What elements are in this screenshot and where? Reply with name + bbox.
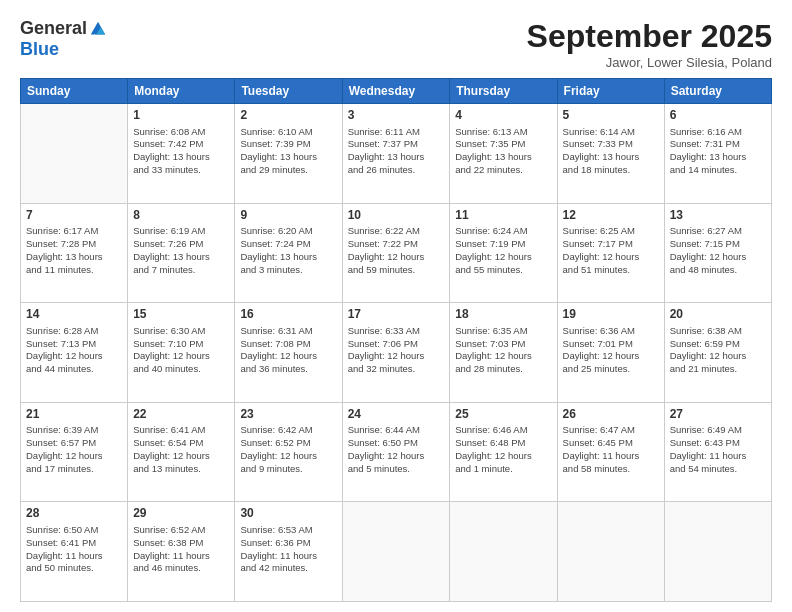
day-number: 18 (455, 307, 551, 323)
calendar-cell: 19Sunrise: 6:36 AMSunset: 7:01 PMDayligh… (557, 303, 664, 403)
day-info: Sunrise: 6:31 AMSunset: 7:08 PMDaylight:… (240, 325, 336, 376)
day-info: Sunrise: 6:50 AMSunset: 6:41 PMDaylight:… (26, 524, 122, 575)
calendar-cell: 17Sunrise: 6:33 AMSunset: 7:06 PMDayligh… (342, 303, 450, 403)
calendar-cell: 24Sunrise: 6:44 AMSunset: 6:50 PMDayligh… (342, 402, 450, 502)
day-info: Sunrise: 6:10 AMSunset: 7:39 PMDaylight:… (240, 126, 336, 177)
day-info: Sunrise: 6:28 AMSunset: 7:13 PMDaylight:… (26, 325, 122, 376)
day-info: Sunrise: 6:46 AMSunset: 6:48 PMDaylight:… (455, 424, 551, 475)
day-number: 4 (455, 108, 551, 124)
calendar-cell: 6Sunrise: 6:16 AMSunset: 7:31 PMDaylight… (664, 104, 771, 204)
logo: General Blue (20, 18, 107, 60)
day-number: 21 (26, 407, 122, 423)
calendar-cell: 13Sunrise: 6:27 AMSunset: 7:15 PMDayligh… (664, 203, 771, 303)
day-number: 26 (563, 407, 659, 423)
header: General Blue September 2025 Jawor, Lower… (20, 18, 772, 70)
day-number: 3 (348, 108, 445, 124)
day-number: 5 (563, 108, 659, 124)
day-info: Sunrise: 6:41 AMSunset: 6:54 PMDaylight:… (133, 424, 229, 475)
calendar-cell: 26Sunrise: 6:47 AMSunset: 6:45 PMDayligh… (557, 402, 664, 502)
col-monday: Monday (128, 79, 235, 104)
day-number: 8 (133, 208, 229, 224)
calendar-cell: 11Sunrise: 6:24 AMSunset: 7:19 PMDayligh… (450, 203, 557, 303)
day-info: Sunrise: 6:14 AMSunset: 7:33 PMDaylight:… (563, 126, 659, 177)
day-info: Sunrise: 6:53 AMSunset: 6:36 PMDaylight:… (240, 524, 336, 575)
day-number: 7 (26, 208, 122, 224)
day-number: 23 (240, 407, 336, 423)
col-thursday: Thursday (450, 79, 557, 104)
calendar-cell (557, 502, 664, 602)
calendar-cell: 14Sunrise: 6:28 AMSunset: 7:13 PMDayligh… (21, 303, 128, 403)
day-info: Sunrise: 6:42 AMSunset: 6:52 PMDaylight:… (240, 424, 336, 475)
day-info: Sunrise: 6:47 AMSunset: 6:45 PMDaylight:… (563, 424, 659, 475)
day-info: Sunrise: 6:33 AMSunset: 7:06 PMDaylight:… (348, 325, 445, 376)
day-info: Sunrise: 6:11 AMSunset: 7:37 PMDaylight:… (348, 126, 445, 177)
title-section: September 2025 Jawor, Lower Silesia, Pol… (527, 18, 772, 70)
day-info: Sunrise: 6:44 AMSunset: 6:50 PMDaylight:… (348, 424, 445, 475)
calendar-cell: 29Sunrise: 6:52 AMSunset: 6:38 PMDayligh… (128, 502, 235, 602)
logo-icon (89, 20, 107, 38)
calendar-week-5: 28Sunrise: 6:50 AMSunset: 6:41 PMDayligh… (21, 502, 772, 602)
calendar-cell: 27Sunrise: 6:49 AMSunset: 6:43 PMDayligh… (664, 402, 771, 502)
calendar: Sunday Monday Tuesday Wednesday Thursday… (20, 78, 772, 602)
calendar-cell: 23Sunrise: 6:42 AMSunset: 6:52 PMDayligh… (235, 402, 342, 502)
day-info: Sunrise: 6:22 AMSunset: 7:22 PMDaylight:… (348, 225, 445, 276)
page: General Blue September 2025 Jawor, Lower… (0, 0, 792, 612)
calendar-cell: 21Sunrise: 6:39 AMSunset: 6:57 PMDayligh… (21, 402, 128, 502)
calendar-cell: 15Sunrise: 6:30 AMSunset: 7:10 PMDayligh… (128, 303, 235, 403)
calendar-cell: 9Sunrise: 6:20 AMSunset: 7:24 PMDaylight… (235, 203, 342, 303)
day-number: 12 (563, 208, 659, 224)
day-number: 25 (455, 407, 551, 423)
day-number: 14 (26, 307, 122, 323)
calendar-header: Sunday Monday Tuesday Wednesday Thursday… (21, 79, 772, 104)
calendar-cell: 22Sunrise: 6:41 AMSunset: 6:54 PMDayligh… (128, 402, 235, 502)
calendar-cell (450, 502, 557, 602)
day-number: 11 (455, 208, 551, 224)
day-number: 29 (133, 506, 229, 522)
col-wednesday: Wednesday (342, 79, 450, 104)
day-number: 28 (26, 506, 122, 522)
calendar-cell: 28Sunrise: 6:50 AMSunset: 6:41 PMDayligh… (21, 502, 128, 602)
calendar-cell (664, 502, 771, 602)
day-info: Sunrise: 6:39 AMSunset: 6:57 PMDaylight:… (26, 424, 122, 475)
day-number: 6 (670, 108, 766, 124)
day-number: 1 (133, 108, 229, 124)
day-number: 30 (240, 506, 336, 522)
calendar-week-1: 1Sunrise: 6:08 AMSunset: 7:42 PMDaylight… (21, 104, 772, 204)
day-number: 16 (240, 307, 336, 323)
day-info: Sunrise: 6:08 AMSunset: 7:42 PMDaylight:… (133, 126, 229, 177)
calendar-cell: 3Sunrise: 6:11 AMSunset: 7:37 PMDaylight… (342, 104, 450, 204)
col-friday: Friday (557, 79, 664, 104)
header-row: Sunday Monday Tuesday Wednesday Thursday… (21, 79, 772, 104)
day-info: Sunrise: 6:13 AMSunset: 7:35 PMDaylight:… (455, 126, 551, 177)
day-number: 9 (240, 208, 336, 224)
calendar-cell (21, 104, 128, 204)
logo-blue: Blue (20, 39, 59, 59)
day-number: 22 (133, 407, 229, 423)
day-info: Sunrise: 6:20 AMSunset: 7:24 PMDaylight:… (240, 225, 336, 276)
subtitle: Jawor, Lower Silesia, Poland (527, 55, 772, 70)
month-title: September 2025 (527, 18, 772, 55)
calendar-cell: 7Sunrise: 6:17 AMSunset: 7:28 PMDaylight… (21, 203, 128, 303)
day-info: Sunrise: 6:36 AMSunset: 7:01 PMDaylight:… (563, 325, 659, 376)
calendar-week-3: 14Sunrise: 6:28 AMSunset: 7:13 PMDayligh… (21, 303, 772, 403)
calendar-cell: 5Sunrise: 6:14 AMSunset: 7:33 PMDaylight… (557, 104, 664, 204)
day-number: 19 (563, 307, 659, 323)
day-info: Sunrise: 6:38 AMSunset: 6:59 PMDaylight:… (670, 325, 766, 376)
day-info: Sunrise: 6:35 AMSunset: 7:03 PMDaylight:… (455, 325, 551, 376)
day-info: Sunrise: 6:16 AMSunset: 7:31 PMDaylight:… (670, 126, 766, 177)
calendar-cell: 4Sunrise: 6:13 AMSunset: 7:35 PMDaylight… (450, 104, 557, 204)
day-number: 2 (240, 108, 336, 124)
calendar-cell: 18Sunrise: 6:35 AMSunset: 7:03 PMDayligh… (450, 303, 557, 403)
calendar-body: 1Sunrise: 6:08 AMSunset: 7:42 PMDaylight… (21, 104, 772, 602)
day-info: Sunrise: 6:24 AMSunset: 7:19 PMDaylight:… (455, 225, 551, 276)
col-tuesday: Tuesday (235, 79, 342, 104)
day-number: 10 (348, 208, 445, 224)
calendar-cell: 30Sunrise: 6:53 AMSunset: 6:36 PMDayligh… (235, 502, 342, 602)
day-number: 27 (670, 407, 766, 423)
col-saturday: Saturday (664, 79, 771, 104)
day-info: Sunrise: 6:27 AMSunset: 7:15 PMDaylight:… (670, 225, 766, 276)
calendar-cell: 20Sunrise: 6:38 AMSunset: 6:59 PMDayligh… (664, 303, 771, 403)
day-info: Sunrise: 6:52 AMSunset: 6:38 PMDaylight:… (133, 524, 229, 575)
day-number: 17 (348, 307, 445, 323)
day-info: Sunrise: 6:30 AMSunset: 7:10 PMDaylight:… (133, 325, 229, 376)
